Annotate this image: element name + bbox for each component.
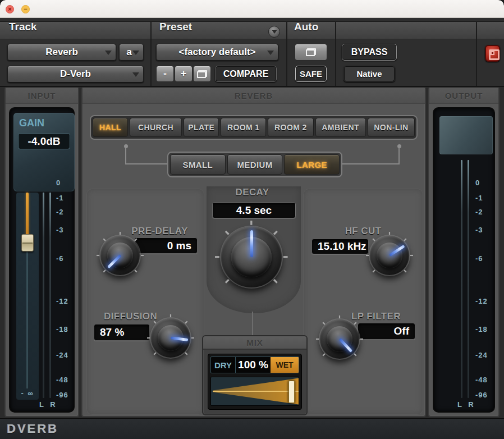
track-selector-value: Reverb <box>45 47 78 58</box>
size-button-medium[interactable]: MEDIUM <box>227 154 283 175</box>
input-panel-title: INPUT <box>6 88 78 104</box>
meter-channel-left <box>461 160 462 398</box>
right-control-panel <box>303 189 423 415</box>
input-gain-fader[interactable]: - ∞ <box>16 193 39 400</box>
minus-icon: - <box>163 68 167 80</box>
lp-filter-knob[interactable] <box>320 319 359 359</box>
input-panel: INPUT GAIN -4.0dB - ∞ 0-1 -2-3 -6-12 -18… <box>4 87 79 417</box>
mix-display: DRY 100 % WET <box>208 354 302 410</box>
plugin-header: Track Preset Auto Reverb a D-Verb <facto… <box>0 18 504 87</box>
native-button[interactable]: Native <box>343 66 395 82</box>
decay-mix-connector <box>252 312 253 337</box>
size-button-large[interactable]: LARGE <box>284 154 340 175</box>
copy-icon <box>306 48 316 56</box>
output-meter: 0-1 -2-3 -6-12 -18-24 -48-96 L R <box>433 107 495 413</box>
preset-save-button[interactable] <box>193 66 211 82</box>
chevron-down-icon <box>132 51 139 55</box>
channels-label: L R <box>457 400 476 409</box>
connector-line <box>125 148 126 164</box>
plugin-selector-value: D-Verb <box>60 68 91 80</box>
output-panel: OUTPUT 0-1 -2-3 -6-12 -18-24 -48-96 L R <box>428 87 500 417</box>
reverb-panel-title: REVERB <box>83 88 425 104</box>
native-label: Native <box>356 69 382 79</box>
channels-label: L R <box>39 400 58 409</box>
connector-line <box>398 148 400 164</box>
algorithm-button-church[interactable]: CHURCH <box>130 118 182 137</box>
fader-handle[interactable] <box>21 234 34 251</box>
preset-selector[interactable]: <factory default> <box>156 44 278 61</box>
mix-slider-handle[interactable] <box>288 381 295 403</box>
automation-letter-value: a <box>126 47 131 58</box>
bypass-label: BYPASS <box>351 47 388 57</box>
input-gain-panel: GAIN -4.0dB <box>13 113 75 191</box>
input-meter: GAIN -4.0dB - ∞ 0-1 -2-3 -6-12 -18-24 -4… <box>9 107 75 413</box>
meter-channel-right <box>468 160 469 398</box>
fader-track-fill <box>26 193 29 236</box>
algorithm-button-room2[interactable]: ROOM 2 <box>268 118 313 137</box>
safe-button[interactable]: SAFE <box>295 66 327 82</box>
auto-section-label: Auto <box>294 21 318 33</box>
mix-value[interactable]: 100 % <box>236 357 271 373</box>
header-separator <box>286 21 287 86</box>
gain-value[interactable]: -4.0dB <box>18 133 70 149</box>
size-button-small[interactable]: SMALL <box>170 154 226 175</box>
hf-cut-knob[interactable] <box>370 236 409 275</box>
header-separator <box>476 21 477 86</box>
plugin-selector[interactable]: D-Verb <box>7 66 144 83</box>
diffusion-knob[interactable] <box>151 318 190 358</box>
preset-selector-value: <factory default> <box>179 47 256 58</box>
mix-slider[interactable] <box>210 377 299 406</box>
algorithm-button-plate[interactable]: PLATE <box>184 118 219 137</box>
track-selector[interactable]: Reverb <box>7 44 116 61</box>
mix-value-row: DRY 100 % WET <box>210 356 299 373</box>
mix-center-line <box>213 391 299 392</box>
window-titlebar: × − <box>0 0 504 18</box>
preset-previous-button[interactable]: - <box>156 66 174 82</box>
lp-filter-value[interactable]: Off <box>358 323 415 340</box>
header-separator <box>335 21 336 86</box>
output-display-area <box>439 116 493 154</box>
decay-value[interactable]: 4.5 sec <box>212 202 296 218</box>
connector-line <box>342 163 400 164</box>
close-button[interactable]: × <box>6 5 14 13</box>
pre-delay-knob[interactable] <box>100 236 140 275</box>
chevron-down-icon <box>132 72 139 77</box>
bypass-button[interactable]: BYPASS <box>342 44 397 61</box>
preset-next-button[interactable]: + <box>175 66 193 82</box>
plus-icon: + <box>181 68 187 80</box>
header-separator <box>150 21 152 86</box>
chevron-down-icon <box>267 51 274 55</box>
track-section-label: Track <box>9 21 37 33</box>
hf-cut-value[interactable]: 15.10 kHz <box>311 239 369 254</box>
minimize-icon: − <box>24 6 27 12</box>
algorithm-button-group: HALL CHURCH PLATE ROOM 1 ROOM 2 AMBIENT … <box>90 115 418 140</box>
algorithm-button-room1[interactable]: ROOM 1 <box>221 118 266 137</box>
diffusion-value[interactable]: 87 % <box>94 324 150 341</box>
compare-button[interactable]: COMPARE <box>215 66 277 82</box>
chevron-down-icon <box>105 51 112 55</box>
safe-label: SAFE <box>300 69 322 79</box>
output-panel-title: OUTPUT <box>429 88 498 104</box>
copy-icon <box>197 70 207 78</box>
header-label-row <box>0 21 504 39</box>
algorithm-button-ambient[interactable]: AMBIENT <box>315 118 366 137</box>
decay-knob[interactable] <box>221 227 282 287</box>
left-control-panel <box>86 189 204 415</box>
knob-pointer <box>250 230 253 257</box>
meter-channel-left <box>43 193 44 398</box>
mix-wet-label: WET <box>271 357 299 373</box>
plugin-footer: DVERB <box>0 418 504 439</box>
preset-menu-icon[interactable] <box>268 26 280 38</box>
algorithm-button-hall[interactable]: HALL <box>93 118 128 137</box>
mix-title: MIX <box>203 336 306 350</box>
plugin-brand: DVERB <box>7 422 58 436</box>
automation-letter-selector[interactable]: a <box>119 44 144 61</box>
decay-label: DECAY <box>220 187 285 198</box>
target-button[interactable] <box>485 45 500 62</box>
reverb-panel: REVERB HALL CHURCH PLATE ROOM 1 ROOM 2 A… <box>81 87 426 417</box>
minimize-button[interactable]: − <box>21 5 30 13</box>
size-button-group: SMALL MEDIUM LARGE <box>167 152 342 177</box>
auto-enable-button[interactable] <box>295 44 327 61</box>
algorithm-button-nonlin[interactable]: NON-LIN <box>368 118 415 137</box>
meter-channel-right <box>49 193 51 398</box>
